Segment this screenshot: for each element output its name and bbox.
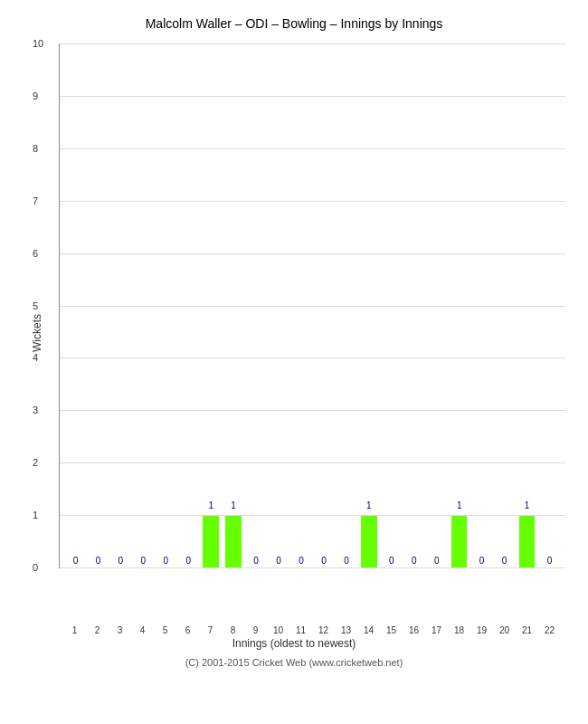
bar-zero-label: 0	[185, 556, 191, 566]
x-tick-label: 3	[109, 623, 131, 635]
bar-value-label: 1	[231, 500, 236, 510]
grid-line	[60, 462, 565, 463]
bar-zero-label: 0	[96, 556, 101, 566]
grid-line	[60, 410, 565, 411]
bar-zero-label: 0	[299, 556, 304, 566]
bar-group: 1	[200, 515, 223, 567]
grid-line	[60, 357, 565, 358]
bar-zero-label: 0	[141, 556, 147, 566]
x-tick-label: 22	[538, 623, 561, 635]
bar-zero-label: 0	[412, 556, 417, 566]
x-tick-label: 4	[131, 623, 154, 635]
y-tick-label: 9	[33, 90, 38, 101]
bar-group: 1	[448, 515, 470, 567]
grid-line	[60, 201, 565, 202]
x-axis-labels: 12345678910111213141516171819202122	[59, 623, 565, 635]
x-tick-label: 16	[403, 623, 425, 635]
y-tick-label: 6	[33, 248, 38, 259]
plot-area: 0000001100000100010010 012345678910	[59, 43, 565, 568]
bar-value-label: 1	[208, 500, 213, 510]
x-axis-title: Innings (oldest to newest)	[9, 637, 579, 650]
bar-zero-label: 0	[73, 556, 79, 566]
bar-value-label: 1	[366, 500, 372, 510]
bar-zero-label: 0	[164, 556, 169, 566]
x-tick-label: 8	[222, 623, 244, 635]
grid-line	[60, 515, 565, 516]
x-tick-label: 15	[380, 623, 403, 635]
bar-zero-label: 0	[389, 556, 394, 566]
chart-area: Wickets 0000001100000100010010 012345678…	[59, 43, 565, 623]
bar-zero-label: 0	[479, 556, 485, 566]
grid-line	[60, 306, 565, 307]
bar-value-label: 1	[525, 500, 530, 510]
bar: 1	[203, 515, 218, 567]
x-tick-label: 11	[289, 623, 312, 635]
x-tick-label: 5	[154, 623, 176, 635]
y-tick-label: 4	[33, 352, 38, 363]
chart-title: Malcolm Waller – ODI – Bowling – Innings…	[9, 9, 579, 34]
bar-zero-label: 0	[253, 556, 259, 566]
x-tick-label: 13	[335, 623, 357, 635]
x-tick-label: 6	[176, 623, 199, 635]
x-tick-label: 10	[267, 623, 289, 635]
x-tick-label: 9	[244, 623, 267, 635]
bar-group: 1	[223, 515, 245, 567]
bar: 1	[451, 515, 467, 567]
x-tick-label: 7	[199, 623, 222, 635]
y-tick-label: 2	[33, 457, 38, 468]
x-tick-label: 19	[470, 623, 493, 635]
y-tick-label: 1	[33, 510, 38, 520]
bar-zero-label: 0	[344, 556, 349, 566]
grid-line	[60, 567, 565, 568]
x-tick-label: 14	[357, 623, 380, 635]
x-tick-label: 20	[493, 623, 516, 635]
x-tick-label: 18	[448, 623, 470, 635]
x-tick-label: 2	[86, 623, 109, 635]
grid-line	[60, 96, 565, 97]
bar-value-label: 1	[457, 500, 462, 510]
grid-line	[60, 253, 565, 254]
bar-group: 1	[357, 515, 380, 567]
bar: 1	[361, 515, 376, 567]
bar-zero-label: 0	[547, 556, 553, 566]
bar-zero-label: 0	[119, 556, 124, 566]
bar: 1	[519, 515, 535, 567]
x-tick-label: 21	[516, 623, 538, 635]
bar-zero-label: 0	[321, 556, 327, 566]
grid-line	[60, 148, 565, 149]
grid-line	[60, 43, 565, 44]
bar-zero-label: 0	[276, 556, 281, 566]
y-axis-label: Wickets	[31, 314, 43, 352]
y-tick-label: 5	[33, 300, 38, 311]
x-tick-label: 12	[312, 623, 335, 635]
bar: 1	[225, 515, 241, 567]
y-tick-label: 0	[33, 562, 38, 573]
bar-zero-label: 0	[502, 556, 507, 566]
bar-group: 1	[516, 515, 538, 567]
x-tick-label: 17	[425, 623, 448, 635]
y-tick-label: 7	[33, 195, 38, 206]
bar-zero-label: 0	[434, 556, 440, 566]
chart-container: Malcolm Waller – ODI – Bowling – Innings…	[0, 0, 588, 724]
y-tick-label: 8	[33, 143, 38, 154]
footer: (C) 2001-2015 Cricket Web (www.cricketwe…	[9, 657, 579, 668]
x-tick-label: 1	[63, 623, 86, 635]
y-tick-label: 3	[33, 405, 38, 415]
y-tick-label: 10	[33, 38, 43, 49]
